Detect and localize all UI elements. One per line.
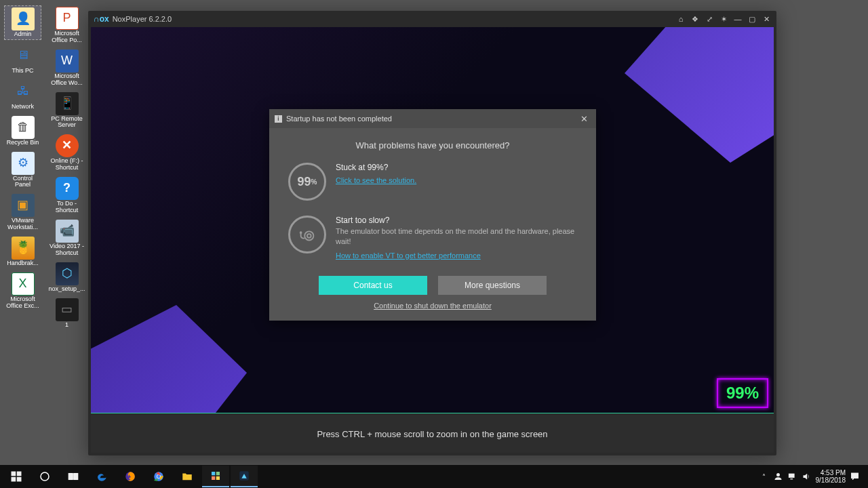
nox-title: NoxPlayer 6.2.2.0 <box>113 15 172 23</box>
icon-label: To Do - Shortcut <box>50 201 84 214</box>
dialog-title: Startup has not been completed <box>286 115 392 123</box>
cortana-button[interactable] <box>31 466 58 487</box>
fullscreen-icon[interactable]: ⤢ <box>703 13 715 25</box>
vt-link[interactable]: How to enable VT to get better performan… <box>336 251 481 260</box>
stuck-title: Stuck at 99%? <box>336 163 416 172</box>
tray-up-icon[interactable]: ˄ <box>759 472 769 482</box>
svg-point-3 <box>307 234 311 238</box>
stuck-solution-link[interactable]: Click to see the solution. <box>336 176 416 184</box>
svg-rect-23 <box>790 479 793 479</box>
icon-image: 👤 <box>12 7 35 30</box>
shutdown-link[interactable]: Continue to shut down the emulator <box>288 302 577 310</box>
network-tray-icon[interactable] <box>787 472 797 482</box>
svg-point-15 <box>157 475 161 479</box>
maximize-icon[interactable]: ▢ <box>746 13 758 25</box>
nox-window: ∩ox NoxPlayer 6.2.2.0 ⌂ ❖ ⤢ ✶ — ▢ ✕ 99% … <box>88 11 776 455</box>
svg-point-2 <box>304 231 313 240</box>
desktop-icon[interactable]: PMicrosoft Office Po... <box>48 5 85 45</box>
desktop-icon[interactable]: ⬡nox_setup_... <box>48 261 85 294</box>
desktop-icon[interactable]: 🍍Handbrak... <box>4 235 41 268</box>
background-shape <box>625 27 774 163</box>
theme-icon[interactable]: ❖ <box>689 13 701 25</box>
svg-rect-6 <box>17 472 22 476</box>
volume-icon[interactable] <box>802 472 812 482</box>
icon-label: Admin <box>14 31 32 38</box>
icon-image: 🍍 <box>12 237 35 260</box>
footer-hint: Press CTRL + mouse scroll to zoom in on … <box>317 429 547 439</box>
icon-label: Handbrak... <box>7 260 39 267</box>
svg-text:i: i <box>277 116 279 122</box>
more-questions-button[interactable]: More questions <box>438 276 547 295</box>
icon-image: 🗑 <box>12 116 35 139</box>
icon-label: VMware Workstati... <box>5 218 40 231</box>
background-shape <box>91 305 247 413</box>
start-button[interactable] <box>3 466 30 487</box>
chrome-button[interactable] <box>145 466 172 487</box>
icon-image: ▭ <box>56 298 79 321</box>
icon-label: 1 <box>65 322 68 329</box>
desktop-icon[interactable]: ⚙Control Panel <box>4 150 41 190</box>
people-icon[interactable] <box>773 472 783 482</box>
snail-icon <box>288 216 326 253</box>
filmora-button[interactable] <box>202 466 229 487</box>
icon-label: Control Panel <box>5 176 40 189</box>
slow-desc: The emulator boot time depends on the mo… <box>336 226 577 247</box>
icon-label: Microsoft Office Wo... <box>50 73 84 87</box>
desktop-icons: 👤Admin🖥This PC🖧Network🗑Recycle Bin⚙Contr… <box>4 5 85 329</box>
icon-image: 🖧 <box>12 80 35 103</box>
desktop-icon[interactable]: 📹Video 2017 - Shortcut <box>48 218 85 258</box>
desktop-icon[interactable]: 🖧Network <box>4 79 41 112</box>
loading-progress: 99% <box>717 378 768 408</box>
desktop-icon[interactable]: XMicrosoft Office Exc... <box>4 271 41 311</box>
slow-title: Start too slow? <box>336 216 577 225</box>
settings-icon[interactable]: ✶ <box>717 13 730 25</box>
task-view-button[interactable] <box>60 466 87 487</box>
desktop-icon[interactable]: WMicrosoft Office Wo... <box>48 48 85 88</box>
desktop-icon[interactable]: ✕Online (F:) - Shortcut <box>48 133 85 173</box>
svg-rect-19 <box>216 476 220 480</box>
desktop-icon[interactable]: ?To Do - Shortcut <box>48 176 85 216</box>
slow-section: Start too slow? The emulator boot time d… <box>288 216 577 261</box>
desktop-icon[interactable]: 🗑Recycle Bin <box>4 115 41 148</box>
market-icon[interactable]: ⌂ <box>675 13 687 25</box>
icon-image: ▣ <box>12 194 35 217</box>
svg-rect-7 <box>12 477 16 482</box>
dialog-close-icon[interactable]: ✕ <box>577 112 591 125</box>
icon-label: Online (F:) - Shortcut <box>50 158 84 171</box>
nox-footer: Press CTRL + mouse scroll to zoom in on … <box>91 415 774 453</box>
dialog-titlebar[interactable]: i Startup has not been completed ✕ <box>269 109 596 128</box>
system-tray: ˄ 4:53 PM 9/18/2018 <box>759 469 866 484</box>
svg-point-4 <box>300 232 302 233</box>
icon-label: Video 2017 - Shortcut <box>50 243 84 257</box>
info-icon: i <box>275 115 282 123</box>
contact-us-button[interactable]: Contact us <box>319 276 427 295</box>
edge-button[interactable] <box>88 466 115 487</box>
icon-image: 📱 <box>56 92 79 115</box>
desktop-icon[interactable]: 👤Admin <box>4 5 41 40</box>
file-explorer-button[interactable] <box>174 466 201 487</box>
icon-image: ⬡ <box>56 262 79 285</box>
icon-image: 🖥 <box>12 44 35 67</box>
percent-circle-icon: 99% <box>288 163 326 201</box>
icon-image: W <box>56 49 79 73</box>
nox-titlebar[interactable]: ∩ox NoxPlayer 6.2.2.0 ⌂ ❖ ⤢ ✶ — ▢ ✕ <box>88 11 776 27</box>
minimize-icon[interactable]: — <box>732 13 744 25</box>
firefox-button[interactable] <box>117 466 144 487</box>
icon-image: X <box>12 272 35 296</box>
svg-rect-24 <box>852 473 859 479</box>
nox-taskbar-button[interactable] <box>231 466 258 487</box>
clock[interactable]: 4:53 PM 9/18/2018 <box>816 469 846 484</box>
dialog-question: What problems have you encountered? <box>288 140 577 150</box>
progress-bar <box>91 413 774 413</box>
svg-rect-18 <box>212 476 215 480</box>
close-icon[interactable]: ✕ <box>760 13 772 25</box>
svg-rect-17 <box>216 472 220 475</box>
desktop-icon[interactable]: 📱PC Remote Server <box>48 91 85 131</box>
svg-rect-8 <box>17 477 22 482</box>
desktop-icon[interactable]: 🖥This PC <box>4 43 41 76</box>
action-center-icon[interactable] <box>850 472 860 482</box>
desktop-icon[interactable]: ▣VMware Workstati... <box>4 192 41 232</box>
desktop-icon[interactable]: ▭1 <box>48 297 85 330</box>
startup-dialog: i Startup has not been completed ✕ What … <box>269 109 596 321</box>
icon-image: ⚙ <box>12 152 35 175</box>
